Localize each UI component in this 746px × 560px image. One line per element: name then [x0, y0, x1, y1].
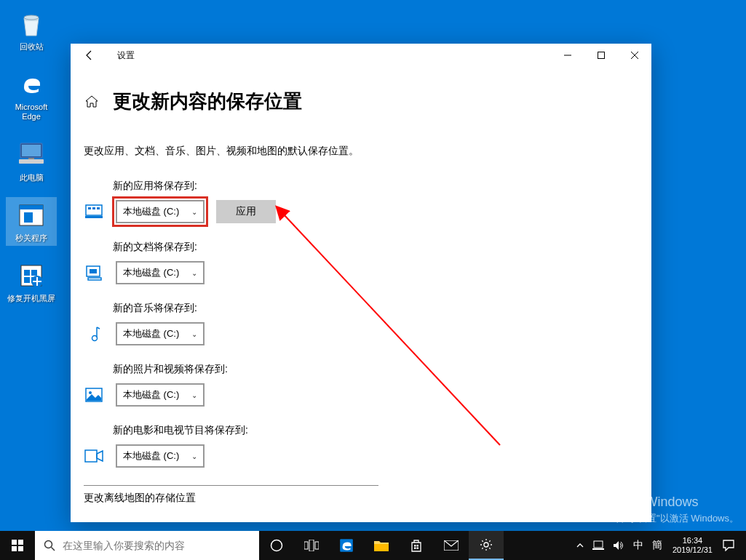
app-title: 设置	[117, 49, 135, 62]
taskbar: 中 簡 16:34 2019/12/31	[0, 531, 746, 560]
setting-group-documents: 新的文档将保存到: 本地磁盘 (C:) ⌄	[84, 241, 638, 284]
dropdown-value: 本地磁盘 (C:)	[123, 205, 179, 218]
setting-label: 新的音乐将保存到:	[113, 302, 638, 315]
search-input[interactable]	[63, 540, 250, 551]
svg-rect-37	[304, 542, 308, 549]
titlebar[interactable]: 设置	[71, 44, 651, 67]
tray-ime-1[interactable]: 中	[629, 531, 648, 560]
settings-window: 设置 更改新内容的保存位置 更改应用、文档、音乐、图片、视频和地图的默认保存位置…	[71, 44, 651, 522]
chevron-down-icon: ⌄	[191, 208, 197, 216]
tray-clock[interactable]: 16:34 2019/12/31	[667, 536, 718, 555]
dropdown-value: 本地磁盘 (C:)	[123, 388, 179, 401]
svg-point-47	[484, 543, 488, 547]
svg-point-25	[92, 336, 98, 341]
taskbar-store[interactable]	[399, 531, 434, 560]
watermark-line2: 转到"设置"以激活 Windows。	[615, 512, 739, 525]
svg-rect-41	[374, 544, 389, 551]
taskbar-mail[interactable]	[434, 531, 469, 560]
svg-rect-20	[97, 207, 100, 209]
svg-rect-19	[92, 207, 95, 209]
desktop-icon-label: 修复开机黑屏	[7, 294, 55, 303]
system-tray: 中 簡 16:34 2019/12/31	[572, 531, 746, 560]
taskbar-explorer[interactable]	[364, 531, 399, 560]
setting-label: 新的电影和电视节目将保存到:	[113, 424, 638, 437]
recycle-bin-icon	[16, 9, 47, 39]
tray-date: 2019/12/31	[672, 545, 713, 555]
svg-rect-45	[417, 548, 419, 550]
desktop-icon-recycle-bin[interactable]: 回收站	[6, 6, 57, 55]
taskbar-settings[interactable]	[469, 531, 504, 560]
taskbar-search[interactable]	[35, 531, 259, 560]
svg-rect-33	[18, 546, 23, 551]
tray-ime-2[interactable]: 簡	[648, 531, 667, 560]
setting-group-apps: 新的应用将保存到: 本地磁盘 (C:) ⌄ 应用	[84, 180, 638, 223]
svg-rect-7	[20, 205, 43, 209]
svg-rect-3	[22, 145, 41, 156]
desktop-icon-label: 回收站	[20, 42, 44, 52]
window-controls	[551, 44, 651, 67]
minimize-button[interactable]	[551, 44, 584, 67]
svg-rect-12	[24, 277, 30, 283]
apps-location-dropdown[interactable]: 本地磁盘 (C:) ⌄	[116, 200, 205, 223]
cortana-button[interactable]	[259, 531, 294, 560]
svg-rect-48	[594, 541, 603, 548]
dropdown-value: 本地磁盘 (C:)	[123, 449, 179, 463]
offline-maps-label: 更改离线地图的存储位置	[84, 485, 378, 505]
tray-network-icon[interactable]	[588, 531, 608, 560]
tray-time: 16:34	[683, 536, 703, 545]
dropdown-value: 本地磁盘 (C:)	[123, 327, 179, 340]
desktop-icon-fix-boot[interactable]: 修复开机黑屏	[6, 257, 57, 306]
music-location-dropdown[interactable]: 本地磁盘 (C:) ⌄	[116, 322, 205, 345]
chevron-down-icon: ⌄	[191, 452, 197, 460]
svg-rect-10	[24, 270, 30, 276]
svg-rect-31	[18, 540, 23, 545]
svg-rect-28	[85, 450, 97, 462]
taskbar-edge[interactable]	[329, 531, 364, 560]
apps-icon	[84, 204, 104, 220]
svg-rect-44	[414, 548, 416, 550]
tray-volume-icon[interactable]	[608, 531, 629, 560]
tray-chevron[interactable]	[572, 531, 588, 560]
photos-icon	[84, 387, 104, 403]
svg-rect-38	[309, 540, 314, 551]
desktop-icon-this-pc[interactable]: 此电脑	[6, 137, 57, 185]
back-button[interactable]	[79, 45, 100, 65]
task-view-button[interactable]	[294, 531, 329, 560]
fix-boot-icon	[16, 260, 47, 291]
dropdown-value: 本地磁盘 (C:)	[123, 266, 179, 279]
home-button[interactable]	[84, 94, 100, 110]
apply-button[interactable]: 应用	[216, 200, 276, 223]
movies-icon	[84, 448, 104, 464]
setting-label: 新的文档将保存到:	[113, 241, 638, 254]
desktop-icon-edge[interactable]: Microsoft Edge	[6, 66, 57, 124]
documents-location-dropdown[interactable]: 本地磁盘 (C:) ⌄	[116, 261, 205, 284]
documents-icon	[84, 265, 104, 281]
maximize-button[interactable]	[584, 44, 618, 67]
desktop-icon-shutdown-app[interactable]: 秒关程序	[6, 197, 57, 246]
movies-location-dropdown[interactable]: 本地磁盘 (C:) ⌄	[116, 444, 205, 468]
setting-label: 新的应用将保存到:	[113, 180, 638, 193]
svg-rect-8	[24, 212, 33, 223]
shutdown-app-icon	[16, 200, 47, 231]
desktop-icon-label: Microsoft Edge	[7, 103, 55, 121]
tray-action-center[interactable]	[718, 531, 739, 560]
svg-line-35	[52, 548, 55, 551]
page-title: 更改新内容的保存位置	[113, 89, 302, 114]
page-subtitle: 更改应用、文档、音乐、图片、视频和地图的默认保存位置。	[84, 145, 638, 158]
music-icon	[84, 326, 104, 342]
start-button[interactable]	[0, 531, 35, 560]
desktop-icon-label: 此电脑	[20, 173, 44, 183]
svg-rect-49	[592, 548, 604, 550]
search-icon	[44, 540, 55, 551]
svg-point-0	[24, 15, 39, 20]
setting-label: 新的照片和视频将保存到:	[113, 363, 638, 376]
svg-rect-23	[88, 278, 101, 280]
svg-rect-39	[315, 542, 319, 549]
chevron-down-icon: ⌄	[191, 269, 197, 277]
svg-rect-5	[28, 158, 34, 159]
svg-rect-21	[85, 216, 103, 218]
photos-location-dropdown[interactable]: 本地磁盘 (C:) ⌄	[116, 383, 205, 407]
setting-group-movies: 新的电影和电视节目将保存到: 本地磁盘 (C:) ⌄	[84, 424, 638, 468]
chevron-down-icon: ⌄	[191, 330, 197, 338]
close-button[interactable]	[618, 44, 651, 67]
